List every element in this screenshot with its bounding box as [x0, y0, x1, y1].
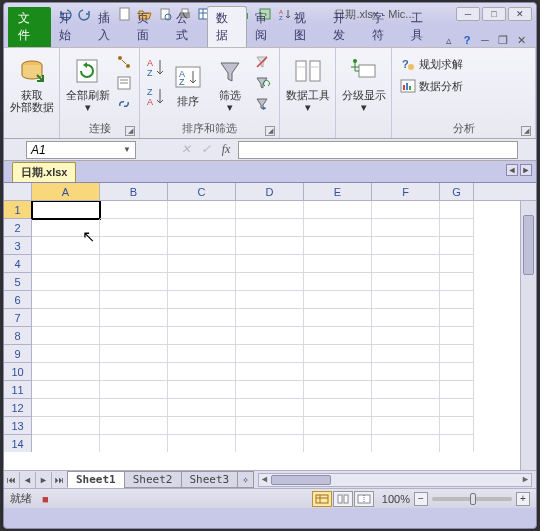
filter-button[interactable]: 筛选▾	[210, 50, 250, 116]
cell[interactable]	[304, 345, 372, 363]
vscroll-thumb[interactable]	[523, 215, 534, 275]
cell[interactable]	[372, 417, 440, 435]
cell[interactable]	[100, 309, 168, 327]
sheet-tab-3[interactable]: Sheet3	[181, 471, 239, 488]
page-break-view-button[interactable]	[354, 491, 374, 507]
tab-tools[interactable]: 工具	[403, 7, 442, 47]
hscroll-thumb[interactable]	[271, 475, 331, 485]
wb-nav-left-icon[interactable]: ◄	[506, 164, 518, 176]
cell[interactable]	[100, 345, 168, 363]
cell[interactable]	[168, 309, 236, 327]
row-header[interactable]: 14	[4, 435, 32, 452]
tab-review[interactable]: 审阅	[247, 7, 286, 47]
tab-data[interactable]: 数据	[207, 6, 248, 47]
cell[interactable]	[304, 399, 372, 417]
formula-input[interactable]	[238, 141, 518, 159]
advanced-filter-icon[interactable]: ▸	[252, 94, 272, 114]
zoom-slider-thumb[interactable]	[470, 493, 476, 505]
zoom-value[interactable]: 100%	[382, 493, 410, 505]
row-header[interactable]: 8	[4, 327, 32, 345]
cell[interactable]	[236, 219, 304, 237]
cell[interactable]	[100, 219, 168, 237]
cell[interactable]	[168, 219, 236, 237]
cell[interactable]	[168, 435, 236, 452]
name-box-dropdown-icon[interactable]: ▼	[123, 145, 131, 154]
sheet-tab-1[interactable]: Sheet1	[67, 471, 125, 488]
cell[interactable]	[100, 327, 168, 345]
outline-button[interactable]: 分级显示▾	[340, 50, 387, 116]
row-header[interactable]: 2	[4, 219, 32, 237]
cell[interactable]	[100, 255, 168, 273]
data-analysis-button[interactable]: 数据分析	[396, 76, 467, 96]
reapply-filter-icon[interactable]	[252, 73, 272, 93]
cell[interactable]	[236, 327, 304, 345]
sheet-nav-prev-icon[interactable]: ◄	[20, 472, 36, 488]
cell[interactable]	[440, 399, 474, 417]
cell[interactable]	[236, 201, 304, 219]
cell[interactable]	[440, 417, 474, 435]
zoom-out-button[interactable]: −	[414, 492, 428, 506]
cell[interactable]	[32, 399, 100, 417]
cell[interactable]	[100, 417, 168, 435]
cell[interactable]	[304, 381, 372, 399]
cell[interactable]	[372, 345, 440, 363]
cell[interactable]	[440, 363, 474, 381]
cell[interactable]	[304, 237, 372, 255]
insert-function-icon[interactable]: fx	[216, 141, 236, 159]
vertical-scrollbar[interactable]	[520, 201, 536, 470]
tab-page[interactable]: 页面	[129, 7, 168, 47]
cell[interactable]	[236, 435, 304, 452]
cell[interactable]	[440, 219, 474, 237]
cell[interactable]	[100, 399, 168, 417]
normal-view-button[interactable]	[312, 491, 332, 507]
cell[interactable]	[100, 201, 168, 219]
cell[interactable]	[168, 201, 236, 219]
col-header-F[interactable]: F	[372, 183, 440, 200]
cell[interactable]	[168, 345, 236, 363]
cell[interactable]	[440, 345, 474, 363]
cell[interactable]	[168, 255, 236, 273]
sort-desc-button[interactable]: ZA	[144, 83, 166, 111]
tab-formula[interactable]: 公式	[168, 7, 207, 47]
edit-links-icon[interactable]	[114, 94, 134, 114]
col-header-G[interactable]: G	[440, 183, 474, 200]
tab-file[interactable]: 文件	[8, 7, 51, 47]
tab-char[interactable]: 字符	[364, 7, 403, 47]
cell[interactable]	[440, 237, 474, 255]
tab-view[interactable]: 视图	[286, 7, 325, 47]
refresh-all-button[interactable]: 全部刷新▾	[64, 50, 112, 116]
col-header-B[interactable]: B	[100, 183, 168, 200]
sheet-nav-first-icon[interactable]: ⏮	[4, 472, 20, 488]
cell[interactable]	[236, 345, 304, 363]
macro-record-icon[interactable]: ■	[42, 493, 49, 505]
cell[interactable]	[440, 291, 474, 309]
cell[interactable]	[100, 381, 168, 399]
cell[interactable]	[372, 291, 440, 309]
data-tools-button[interactable]: 数据工具▾	[284, 50, 331, 116]
horizontal-scrollbar[interactable]: ◄ ►	[258, 473, 532, 487]
cell[interactable]	[372, 381, 440, 399]
cell[interactable]	[304, 255, 372, 273]
cell[interactable]	[236, 237, 304, 255]
row-header[interactable]: 12	[4, 399, 32, 417]
cell[interactable]	[32, 417, 100, 435]
cell[interactable]	[32, 219, 100, 237]
connections-dialog-icon[interactable]: ◢	[125, 126, 135, 136]
wb-nav-right-icon[interactable]: ►	[520, 164, 532, 176]
cell[interactable]	[236, 255, 304, 273]
sort-asc-button[interactable]: AZ	[144, 54, 166, 82]
cell[interactable]	[236, 291, 304, 309]
cell[interactable]	[372, 327, 440, 345]
tab-dev[interactable]: 开发	[325, 7, 364, 47]
cell[interactable]	[440, 201, 474, 219]
row-header[interactable]: 10	[4, 363, 32, 381]
cell[interactable]	[168, 381, 236, 399]
cell[interactable]	[304, 201, 372, 219]
cell[interactable]	[168, 291, 236, 309]
help-icon[interactable]: ?	[460, 33, 474, 47]
workbook-tab[interactable]: 日期.xlsx	[12, 162, 76, 182]
sort-filter-dialog-icon[interactable]: ◢	[265, 126, 275, 136]
cell[interactable]	[32, 201, 100, 219]
col-header-E[interactable]: E	[304, 183, 372, 200]
cell[interactable]	[304, 309, 372, 327]
